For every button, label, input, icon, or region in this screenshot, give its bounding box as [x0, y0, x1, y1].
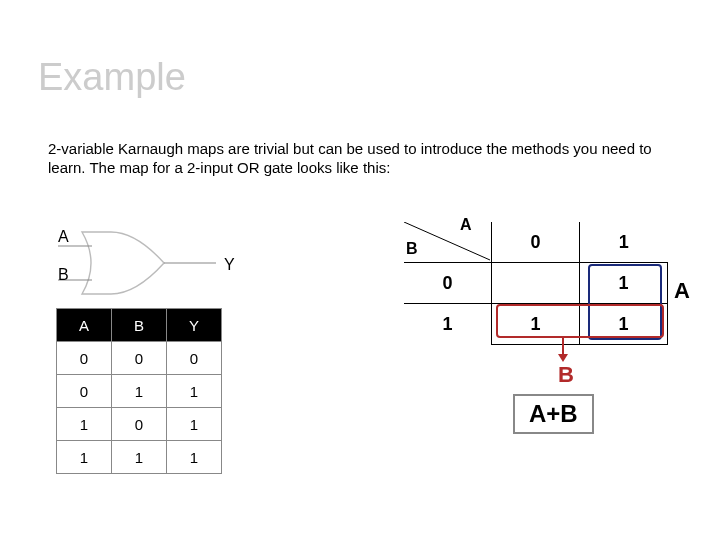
page-title: Example [38, 56, 186, 99]
gate-input-b: B [58, 266, 69, 284]
kmap-col-header: 0 [492, 222, 580, 263]
table-row: 1 1 1 [57, 441, 222, 474]
or-gate-diagram [56, 224, 226, 302]
gate-input-a: A [58, 228, 69, 246]
truth-header: B [112, 309, 167, 342]
intro-text: 2-variable Karnaugh maps are trivial but… [48, 140, 658, 178]
truth-header: A [57, 309, 112, 342]
karnaugh-map: A B 0 1 0 1 1 1 1 A B A+B [388, 208, 668, 408]
kmap-row-header: 1 [404, 304, 492, 345]
truth-table: A B Y 0 0 0 0 1 1 1 0 1 1 1 1 [56, 308, 222, 474]
kmap-group-b-label: B [558, 362, 574, 388]
table-row: 0 0 0 [57, 342, 222, 375]
gate-output-y: Y [224, 256, 235, 274]
kmap-group-a-label: A [674, 278, 690, 304]
truth-header: Y [167, 309, 222, 342]
svg-line-3 [404, 222, 490, 260]
table-row: 1 0 1 [57, 408, 222, 441]
kmap-cell [492, 263, 580, 304]
kmap-group-b [496, 304, 664, 338]
kmap-col-header: 1 [580, 222, 668, 263]
table-row: 0 1 1 [57, 375, 222, 408]
kmap-row-header: 0 [404, 263, 492, 304]
kmap-result: A+B [513, 394, 594, 434]
arrow-down-icon [562, 338, 564, 360]
